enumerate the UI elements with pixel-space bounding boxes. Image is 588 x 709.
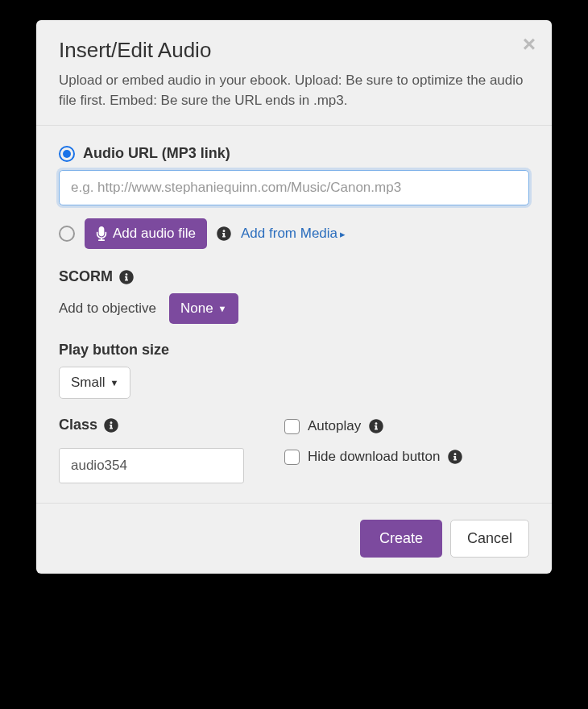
caret-down-icon: ▼	[218, 304, 227, 313]
autoplay-checkbox[interactable]	[284, 419, 300, 434]
autoplay-row: Autoplay	[284, 418, 529, 434]
autoplay-label: Autoplay	[308, 418, 361, 434]
add-audio-file-label: Add audio file	[113, 226, 196, 242]
url-radio-row: Audio URL (MP3 link)	[59, 145, 529, 162]
play-size-title: Play button size	[59, 342, 529, 359]
url-radio[interactable]	[59, 146, 75, 162]
modal-header: × Insert/Edit Audio Upload or embed audi…	[36, 20, 552, 126]
hide-download-checkbox[interactable]	[284, 450, 300, 465]
add-audio-file-button[interactable]: Add audio file	[85, 218, 207, 249]
add-from-media-label: Add from Media	[241, 226, 337, 242]
class-column: Class	[59, 417, 244, 483]
upload-radio[interactable]	[59, 226, 75, 242]
modal-title: Insert/Edit Audio	[59, 38, 529, 63]
scorm-title: SCORM	[59, 268, 529, 285]
info-icon[interactable]	[104, 418, 118, 433]
info-icon[interactable]	[119, 270, 134, 284]
caret-down-icon: ▼	[110, 378, 119, 388]
play-size-value: Small	[71, 375, 106, 391]
class-input[interactable]	[59, 448, 244, 483]
caret-right-icon: ▸	[340, 228, 346, 240]
play-size-section: Play button size Small ▼	[59, 342, 529, 399]
hide-download-label: Hide download button	[308, 449, 440, 465]
class-title-text: Class	[59, 417, 97, 433]
scorm-title-text: SCORM	[59, 268, 113, 285]
info-icon[interactable]	[369, 419, 383, 433]
objective-label: Add to objective	[59, 301, 156, 317]
add-from-media-link[interactable]: Add from Media ▸	[241, 226, 346, 242]
cancel-button[interactable]: Cancel	[450, 520, 529, 558]
modal-footer: Create Cancel	[36, 503, 552, 574]
upload-row: Add audio file Add from Media ▸	[59, 218, 529, 249]
modal-description: Upload or embed audio in your ebook. Upl…	[59, 71, 529, 110]
create-button[interactable]: Create	[360, 520, 442, 558]
class-title: Class	[59, 417, 244, 433]
close-icon[interactable]: ×	[523, 33, 536, 56]
info-icon[interactable]	[217, 226, 231, 241]
options-column: Autoplay Hide download button	[284, 417, 529, 483]
scorm-objective-row: Add to objective None ▼	[59, 293, 529, 324]
modal-body: Audio URL (MP3 link) Add audio file Add …	[36, 126, 552, 503]
insert-audio-modal: × Insert/Edit Audio Upload or embed audi…	[36, 20, 552, 574]
url-radio-label: Audio URL (MP3 link)	[83, 145, 230, 162]
play-size-dropdown[interactable]: Small ▼	[59, 367, 130, 399]
class-options-row: Class Autoplay Hide download	[59, 417, 529, 483]
info-icon[interactable]	[448, 450, 462, 464]
audio-url-input[interactable]	[59, 170, 529, 205]
objective-dropdown[interactable]: None ▼	[169, 293, 238, 324]
objective-value: None	[180, 301, 213, 317]
microphone-icon	[96, 226, 107, 241]
hide-download-row: Hide download button	[284, 449, 529, 465]
